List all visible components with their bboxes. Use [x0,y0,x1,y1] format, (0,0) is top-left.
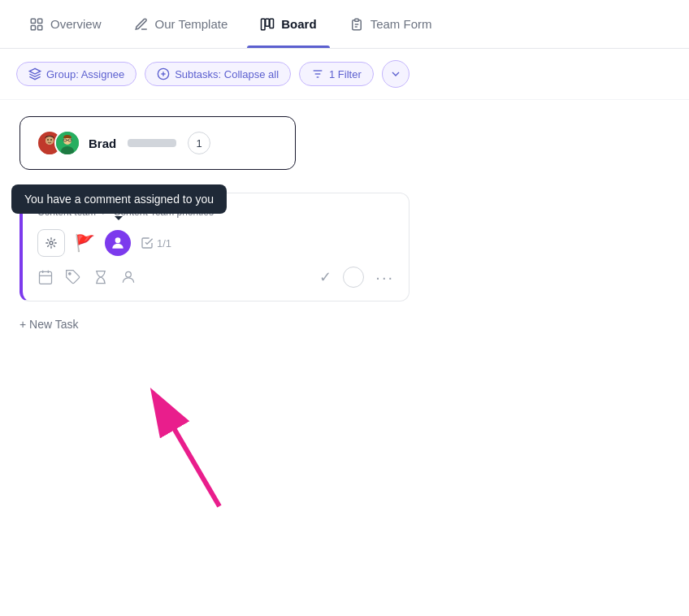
subtasks-collapse-button[interactable]: Subtasks: Collapse all [145,62,291,86]
assignee-avatar[interactable] [105,230,131,256]
filter-button[interactable]: 1 Filter [299,62,374,86]
svg-rect-5 [266,19,270,26]
svg-point-26 [50,241,53,245]
svg-rect-7 [354,19,358,21]
expand-button[interactable] [382,60,410,88]
svg-rect-4 [262,19,266,30]
status-circle[interactable] [343,267,364,288]
flag-icon[interactable]: 🚩 [75,233,95,253]
svg-line-35 [162,409,219,506]
new-task-label: + New Task [20,318,79,331]
svg-point-27 [115,237,121,243]
top-navigation: Overview Our Template Board Team Form [0,0,689,49]
avatar-stack [37,130,80,156]
svg-point-33 [126,271,132,277]
group-count-badge: 1 [188,132,210,154]
tooltip-text: You have a comment assigned to you [24,193,214,206]
group-subtitle-blur [128,139,176,147]
tab-overview-label: Overview [50,17,102,31]
svg-rect-1 [38,19,42,23]
assignee-icon[interactable] [120,269,136,285]
tag-icon[interactable] [65,269,81,285]
toolbar: Group: Assignee Subtasks: Collapse all 1… [0,49,689,100]
svg-rect-3 [38,25,42,29]
task-card-wrapper: You have a comment assigned to you Conte… [20,193,410,301]
svg-point-16 [46,137,54,145]
svg-rect-2 [31,25,35,29]
main-content: Brad 1 You have a comment assigned to yo… [0,100,689,350]
tab-team-form-label: Team Form [370,17,432,31]
subtasks-collapse-label: Subtasks: Collapse all [175,68,279,80]
tab-team-form[interactable]: Team Form [336,0,445,48]
avatar-secondary [54,130,80,156]
time-estimate-icon[interactable] [93,269,109,285]
svg-point-18 [47,139,49,141]
tab-our-template[interactable]: Our Template [121,0,241,48]
tab-overview[interactable]: Overview [16,0,115,48]
comment-tooltip: You have a comment assigned to you [11,184,227,214]
svg-rect-28 [40,271,52,284]
filter-label: 1 Filter [329,68,362,80]
group-assignee-button[interactable]: Group: Assignee [16,62,136,86]
svg-rect-6 [270,19,274,28]
tab-board-label: Board [281,17,316,31]
task-actions-row: 🚩 1/1 [37,229,394,257]
new-task-button[interactable]: + New Task [20,315,670,334]
group-name: Brad [89,137,116,150]
complete-button[interactable]: ✓ [319,268,332,286]
task-bottom-row: ✓ ··· [37,267,394,288]
svg-point-15 [43,146,56,154]
svg-point-32 [69,273,72,275]
annotation-arrow [114,368,244,514]
checklist-count: 1/1 [157,237,171,249]
task-checklist: 1/1 [141,236,171,249]
group-assignee-label: Group: Assignee [46,68,124,80]
svg-rect-0 [31,19,35,23]
more-options-button[interactable]: ··· [375,268,394,287]
group-card: Brad 1 [20,116,296,170]
calendar-icon[interactable] [37,269,54,285]
add-subtask-button[interactable] [37,229,65,257]
svg-point-19 [50,139,52,141]
tab-board[interactable]: Board [247,0,329,48]
tab-our-template-label: Our Template [155,17,228,31]
